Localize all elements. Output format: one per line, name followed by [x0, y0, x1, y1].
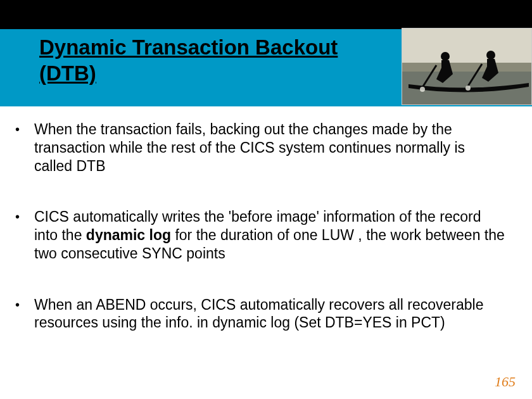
bullet-item: • When an ABEND occurs, CICS automatical… [15, 296, 507, 332]
svg-rect-2 [402, 63, 532, 72]
svg-point-7 [420, 87, 425, 92]
decorative-rowers-image [402, 28, 532, 105]
bullet-text-pre: When the transaction fails, backing out … [34, 121, 465, 174]
body-area: • When the transaction fails, backing ou… [15, 120, 507, 365]
bullet-text: When an ABEND occurs, CICS automatically… [34, 296, 507, 332]
svg-point-8 [466, 86, 471, 91]
slide: Dynamic Transaction Backout (DTB) [0, 0, 532, 399]
page-number: 165 [495, 374, 516, 390]
bullet-text: CICS automatically writes the 'before im… [34, 208, 507, 262]
slide-title: Dynamic Transaction Backout (DTB) [39, 34, 394, 87]
bullet-text-bold: dynamic log [86, 227, 171, 243]
bullet-item: • When the transaction fails, backing ou… [15, 120, 507, 175]
bullet-text-pre: When an ABEND occurs, CICS automatically… [34, 296, 483, 331]
bullet-marker: • [15, 296, 34, 314]
svg-point-3 [441, 52, 450, 61]
bullet-text: When the transaction fails, backing out … [34, 120, 507, 175]
top-black-strip [0, 0, 532, 29]
bullet-item: • CICS automatically writes the 'before … [15, 208, 507, 262]
svg-point-5 [486, 51, 495, 60]
bullet-marker: • [15, 208, 34, 225]
bullet-marker: • [15, 120, 34, 138]
